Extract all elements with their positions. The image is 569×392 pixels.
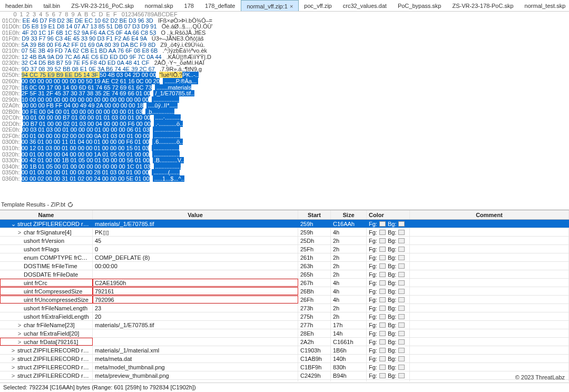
template-row[interactable]: ⌄ struct ZIPFILERECORD record[2]material… xyxy=(0,220,569,228)
cell-size: 2h xyxy=(331,304,367,312)
expand-icon[interactable]: ⌄ xyxy=(11,220,16,228)
template-row[interactable]: ushort frVersion4525Dh2hFg:Bg: xyxy=(0,237,569,245)
fg-swatch[interactable] xyxy=(379,331,386,336)
bg-swatch[interactable] xyxy=(398,221,405,227)
expand-icon[interactable]: > xyxy=(11,346,16,354)
fg-swatch[interactable] xyxy=(379,230,386,235)
template-row[interactable]: > uchar frData[792161]2A2hC1661hFg:Bg: xyxy=(0,338,569,346)
template-row[interactable]: > struct ZIPFILERECORD record[7]model.da… xyxy=(0,380,569,381)
bg-swatch[interactable] xyxy=(398,238,405,243)
fg-swatch[interactable] xyxy=(379,322,386,328)
fg-swatch[interactable] xyxy=(379,373,386,378)
fg-swatch[interactable] xyxy=(379,356,386,361)
fg-swatch[interactable] xyxy=(379,348,386,353)
fg-swatch[interactable] xyxy=(379,280,386,286)
bg-swatch[interactable] xyxy=(398,381,405,382)
fg-swatch[interactable] xyxy=(379,221,386,227)
cell-value: 0 xyxy=(93,245,298,253)
template-row[interactable]: > uchar frExtraField[20]28Eh14hFg:Bg: xyxy=(0,329,569,338)
template-row[interactable]: uint frCrcC2AE1950h267h4hFg:Bg: xyxy=(0,279,569,287)
expand-icon[interactable]: > xyxy=(11,355,16,362)
fg-swatch[interactable] xyxy=(379,297,386,302)
template-row[interactable]: ushort frExtraFieldLength20275h2hFg:Bg: xyxy=(0,312,569,321)
close-icon[interactable]: × xyxy=(290,3,293,9)
cell-start: 267h xyxy=(298,279,331,287)
bg-swatch[interactable] xyxy=(398,339,405,345)
fg-swatch[interactable] xyxy=(379,255,386,260)
col-name[interactable]: Name xyxy=(0,210,93,219)
expand-icon[interactable]: > xyxy=(11,363,16,371)
bg-swatch[interactable] xyxy=(398,365,405,370)
refresh-icon[interactable] xyxy=(67,202,73,208)
bg-swatch[interactable] xyxy=(398,230,405,235)
tab[interactable]: tail.bin xyxy=(38,0,66,11)
expand-icon[interactable]: > xyxy=(11,371,16,379)
cell-name: ushort frFileNameLength xyxy=(0,304,93,312)
bg-swatch[interactable] xyxy=(398,247,405,252)
template-row[interactable]: > struct ZIPFILERECORD record[3]material… xyxy=(0,346,569,355)
template-row[interactable]: ushort frFlags025Fh2hFg:Bg: xyxy=(0,245,569,253)
col-start[interactable]: Start xyxy=(298,210,331,219)
expand-icon[interactable]: > xyxy=(17,228,22,236)
template-row[interactable]: uint frCompressedSize79216126Bh4hFg:Bg: xyxy=(0,287,569,296)
template-row[interactable]: enum COMPTYPE frCompressi...COMP_DEFLATE… xyxy=(0,253,569,262)
fg-swatch[interactable] xyxy=(379,306,386,311)
fg-swatch[interactable] xyxy=(379,263,386,269)
bg-swatch[interactable] xyxy=(398,314,405,319)
bg-swatch[interactable] xyxy=(398,306,405,311)
col-color[interactable]: Color xyxy=(367,210,410,219)
tab[interactable]: ZS-VR-23-216_PoC.skp xyxy=(66,0,140,11)
template-row[interactable]: > struct ZIPFILERECORD record[4]meta/met… xyxy=(0,355,569,363)
status-bar: Selected: 792234 [C16AAh] bytes (Range: … xyxy=(0,383,569,392)
fg-swatch[interactable] xyxy=(379,365,386,370)
template-row[interactable]: > char frSignature[4]PK▯▯259h4hFg:Bg: xyxy=(0,228,569,237)
cell-size: 17h xyxy=(331,321,367,329)
bg-swatch[interactable] xyxy=(398,348,405,353)
fg-swatch[interactable] xyxy=(379,238,386,243)
template-row[interactable]: > struct ZIPFILERECORD record[5]meta/mod… xyxy=(0,363,569,371)
fg-swatch[interactable] xyxy=(379,272,386,277)
bg-swatch[interactable] xyxy=(398,331,405,336)
bg-swatch[interactable] xyxy=(398,272,405,277)
template-row[interactable]: DOSTIME frFileTime00:00:00263h2hFg:Bg: xyxy=(0,262,569,270)
fg-swatch[interactable] xyxy=(379,247,386,252)
col-value[interactable]: Value xyxy=(93,210,298,219)
template-row[interactable]: > char frFileName[23]materials/_1/E70785… xyxy=(0,321,569,329)
bg-swatch[interactable] xyxy=(398,373,405,378)
template-row[interactable]: uint frUncompressedSize79209626Fh4hFg:Bg… xyxy=(0,296,569,304)
fg-swatch[interactable] xyxy=(379,314,386,319)
cell-value: 792096 xyxy=(93,296,298,303)
tab[interactable]: ZS-VR-23-178-PoC.skp xyxy=(447,0,519,11)
tab[interactable]: 178_deflate xyxy=(200,0,241,11)
cell-name: uint frCompressedSize xyxy=(0,287,93,295)
expand-icon[interactable]: > xyxy=(17,338,22,346)
tab[interactable]: PoC_bypass.skp xyxy=(393,0,447,11)
tab[interactable]: 178 xyxy=(179,0,200,11)
tab[interactable]: crc32_values.dat xyxy=(338,0,393,11)
expand-icon[interactable]: > xyxy=(17,321,22,329)
col-size[interactable]: Size xyxy=(331,210,367,219)
bg-swatch[interactable] xyxy=(398,280,405,286)
expand-icon[interactable]: > xyxy=(17,329,22,337)
template-row[interactable]: > struct ZIPFILERECORD record[6]meta/pre… xyxy=(0,371,569,380)
bg-swatch[interactable] xyxy=(398,356,405,361)
cell-value: model.dat xyxy=(93,380,298,381)
tab[interactable]: header.bin xyxy=(0,0,38,11)
tab[interactable]: poc_vff.zip xyxy=(299,0,337,11)
bg-swatch[interactable] xyxy=(398,263,405,269)
expand-icon[interactable]: > xyxy=(11,380,16,381)
bg-swatch[interactable] xyxy=(398,289,405,294)
col-comment[interactable]: Comment xyxy=(410,210,569,219)
hex-dump[interactable]: 0 1 2 3 4 5 6 7 8 9 A B C D E F 01234567… xyxy=(0,12,569,182)
bg-swatch[interactable] xyxy=(398,322,405,328)
tab[interactable]: normal_test.skp xyxy=(519,0,569,11)
template-row[interactable]: ushort frFileNameLength23273h2hFg:Bg: xyxy=(0,304,569,312)
fg-swatch[interactable] xyxy=(379,339,386,345)
fg-swatch[interactable] xyxy=(379,289,386,294)
template-row[interactable]: DOSDATE frFileDate265h2hFg:Bg: xyxy=(0,270,569,279)
tab[interactable]: normal.skp xyxy=(140,0,179,11)
bg-swatch[interactable] xyxy=(398,255,405,260)
fg-swatch[interactable] xyxy=(379,381,386,382)
bg-swatch[interactable] xyxy=(398,297,405,302)
tab[interactable]: normal_vff.zip:1× xyxy=(241,0,299,11)
